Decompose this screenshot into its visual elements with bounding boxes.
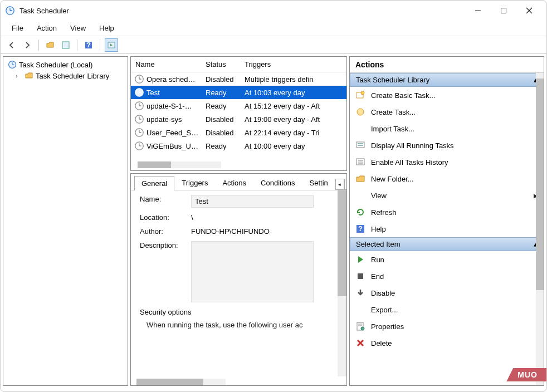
task-triggers: At 15:12 every day - Aft [245, 102, 343, 110]
blank-icon [355, 305, 365, 315]
folder-icon [25, 71, 33, 80]
action-section-selected[interactable]: Selected Item ▴ [350, 237, 544, 251]
task-triggers: At 19:00 every day - Aft [245, 115, 343, 124]
task-row[interactable]: update-sysDisabledAt 19:00 every day - A… [131, 112, 346, 126]
section-header-label: Selected Item [356, 240, 401, 248]
action-display-all-running-tasks[interactable]: Display All Running Tasks [350, 137, 544, 154]
action-label: Display All Running Tasks [371, 141, 538, 150]
name-label: Name: [140, 195, 191, 203]
description-field[interactable] [191, 241, 314, 302]
task-name: User_Feed_S… [146, 129, 206, 137]
col-triggers[interactable]: Triggers [245, 60, 342, 68]
forward-button[interactable] [21, 38, 34, 52]
window-controls [465, 2, 542, 19]
task-row[interactable]: update-S-1-…ReadyAt 15:12 every day - Af… [131, 99, 346, 112]
props-icon [355, 321, 365, 331]
action-enable-all-tasks-history[interactable]: Enable All Tasks History [350, 154, 544, 170]
scroll-thumb[interactable] [138, 161, 171, 168]
task-row[interactable]: Opera sched…DisabledMultiple triggers de… [131, 72, 346, 86]
svg-rect-4 [501, 8, 506, 13]
tab-row: General Triggers Actions Conditions Sett… [131, 174, 346, 190]
menu-file[interactable]: File [5, 22, 30, 35]
action-run[interactable]: Run [350, 251, 544, 268]
action-label: Run [371, 256, 538, 264]
tab-scroll-right[interactable]: ▸ [344, 179, 347, 190]
details-vscroll[interactable] [338, 190, 346, 376]
action-create-basic-task[interactable]: Create Basic Task... [350, 87, 544, 104]
task-row[interactable]: ViGEmBus_U…ReadyAt 10:00 every day [131, 139, 346, 153]
tab-actions[interactable]: Actions [215, 175, 253, 190]
action-label: New Folder... [371, 175, 538, 183]
tree-root[interactable]: Task Scheduler (Local) [6, 59, 125, 70]
titlebar: Task Scheduler [1, 1, 546, 21]
tab-general[interactable]: General [134, 176, 174, 190]
disable-icon [355, 288, 365, 298]
properties-tool-button[interactable] [59, 38, 72, 52]
tab-conditions[interactable]: Conditions [253, 175, 302, 190]
run-tool-button[interactable] [105, 38, 118, 52]
tab-triggers[interactable]: Triggers [174, 175, 215, 190]
action-properties[interactable]: Properties [350, 318, 544, 335]
description-label: Description: [140, 241, 191, 249]
maximize-button[interactable] [491, 2, 516, 19]
display-icon [355, 140, 365, 150]
task-list[interactable]: Name Status Triggers Opera sched…Disable… [131, 57, 346, 170]
action-end[interactable]: End [350, 268, 544, 285]
action-create-task[interactable]: Create Task... [350, 104, 544, 120]
task-list-hscroll[interactable] [138, 161, 221, 168]
action-refresh[interactable]: Refresh [350, 204, 544, 220]
help-tool-button[interactable]: ? [82, 38, 95, 52]
actions-vscroll[interactable] [536, 73, 544, 385]
task-list-header: Name Status Triggers [131, 57, 346, 72]
scroll-thumb[interactable] [338, 190, 346, 296]
menu-view[interactable]: View [64, 22, 92, 35]
name-field[interactable]: Test [191, 195, 314, 208]
tree-child[interactable]: › Task Scheduler Library [13, 70, 125, 81]
scroll-thumb[interactable] [536, 79, 544, 290]
svg-rect-37 [358, 145, 363, 146]
section-header-label: Task Scheduler Library [356, 76, 429, 84]
tab-scroll-left[interactable]: ◂ [335, 179, 344, 190]
close-button[interactable] [516, 2, 542, 19]
action-label: Export... [371, 306, 538, 314]
security-heading: Security options [140, 308, 338, 316]
col-status[interactable]: Status [206, 60, 245, 68]
menu-help[interactable]: Help [92, 22, 121, 35]
folder-icon [355, 174, 365, 184]
blank-icon [355, 190, 365, 200]
delete-icon [355, 338, 365, 348]
action-import-task[interactable]: Import Task... [350, 120, 544, 137]
scroll-thumb[interactable] [136, 379, 203, 385]
svg-text:?: ? [86, 41, 91, 49]
watermark: MUO [506, 368, 546, 381]
action-delete[interactable]: Delete [350, 335, 544, 351]
help-icon: ? [355, 224, 365, 234]
location-value: \ [191, 213, 338, 222]
minimize-button[interactable] [465, 2, 491, 19]
action-export[interactable]: Export... [350, 301, 544, 318]
back-button[interactable] [5, 38, 18, 52]
task-row[interactable]: TestReadyAt 10:03 every day [131, 86, 346, 99]
menu-action[interactable]: Action [30, 22, 64, 35]
details-hscroll[interactable] [136, 379, 226, 385]
tab-settings[interactable]: Settin [302, 175, 335, 190]
task-status: Ready [206, 89, 245, 97]
action-view[interactable]: View▶ [350, 187, 544, 204]
action-label: View [371, 192, 528, 200]
folder-tool-button[interactable] [43, 38, 57, 52]
action-new-folder[interactable]: New Folder... [350, 170, 544, 187]
location-label: Location: [140, 213, 191, 222]
task-row[interactable]: User_Feed_S…DisabledAt 22:14 every day -… [131, 126, 346, 139]
col-name[interactable]: Name [135, 60, 206, 68]
history-icon [355, 157, 365, 167]
end-icon [355, 271, 365, 281]
action-help[interactable]: ?Help [350, 220, 544, 237]
main-area: Task Scheduler (Local) › Task Scheduler … [1, 54, 546, 388]
action-disable[interactable]: Disable [350, 285, 544, 301]
actions-title: Actions [350, 57, 544, 73]
action-section-library[interactable]: Task Scheduler Library ▴ [350, 73, 544, 87]
details-panel: General Triggers Actions Conditions Sett… [130, 173, 347, 386]
expand-icon[interactable]: › [16, 72, 22, 79]
author-value: FUNDO-HP\CHIFUNDO [191, 227, 338, 236]
security-text: When running the task, use the following… [140, 321, 338, 329]
